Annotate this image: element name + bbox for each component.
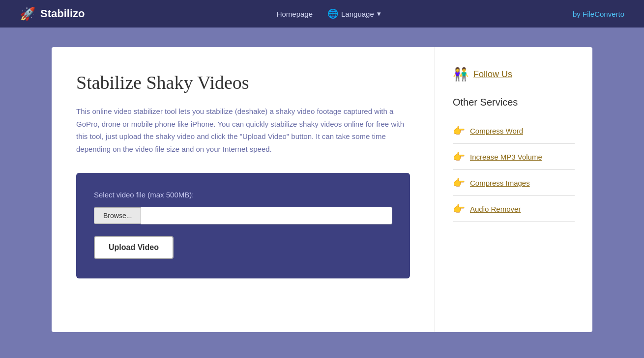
navbar-right: by FileConverto: [573, 10, 624, 18]
rocket-icon: 🚀: [20, 6, 35, 22]
file-input-row: Browse...: [94, 207, 392, 224]
service-link-compress-word[interactable]: Compress Word: [470, 127, 523, 135]
brand-logo[interactable]: 🚀 Stabilizo: [20, 6, 85, 22]
page-description: This online video stabilizer tool lets y…: [76, 105, 410, 155]
service-link-audio-remover[interactable]: Audio Remover: [470, 205, 521, 213]
navbar: 🚀 Stabilizo Homepage 🌐 Language ▾ by Fil…: [0, 0, 644, 28]
navbar-center: Homepage 🌐 Language ▾: [104, 8, 553, 19]
brand-name: Stabilizo: [40, 7, 85, 20]
upload-box: Select video file (max 500MB): Browse...…: [76, 173, 410, 278]
browse-button[interactable]: Browse...: [94, 207, 141, 224]
other-services-title: Other Services: [453, 97, 575, 108]
nav-language[interactable]: 🌐 Language ▾: [327, 8, 381, 19]
service-icon-2: 👉: [453, 177, 465, 189]
bg-area: Stabilize Shaky Videos This online video…: [0, 28, 644, 358]
service-icon-1: 👉: [453, 151, 465, 163]
service-icon-0: 👉: [453, 125, 465, 137]
file-name-display: [141, 207, 392, 224]
main-card: Stabilize Shaky Videos This online video…: [52, 47, 592, 332]
upload-label: Select video file (max 500MB):: [94, 191, 392, 199]
service-item-increase-mp3[interactable]: 👉 Increase MP3 Volume: [453, 144, 575, 170]
by-text: by FileConvert: [573, 10, 620, 18]
page-title: Stabilize Shaky Videos: [76, 72, 410, 93]
right-panel: 👫 Follow Us Other Services 👉 Compress Wo…: [435, 47, 592, 332]
language-label: Language: [341, 10, 374, 18]
globe-icon: 🌐: [327, 8, 338, 19]
follow-us-link[interactable]: Follow Us: [473, 69, 512, 80]
follow-us-icon: 👫: [453, 67, 468, 82]
chevron-down-icon: ▾: [377, 9, 381, 18]
highlight-text: o: [620, 10, 624, 18]
service-item-compress-word[interactable]: 👉 Compress Word: [453, 118, 575, 144]
nav-homepage[interactable]: Homepage: [277, 10, 313, 18]
left-panel: Stabilize Shaky Videos This online video…: [52, 47, 435, 332]
follow-us-row: 👫 Follow Us: [453, 67, 575, 82]
service-icon-3: 👉: [453, 203, 465, 215]
service-link-compress-images[interactable]: Compress Images: [470, 179, 530, 187]
service-item-audio-remover[interactable]: 👉 Audio Remover: [453, 196, 575, 222]
service-link-increase-mp3[interactable]: Increase MP3 Volume: [470, 153, 542, 161]
service-item-compress-images[interactable]: 👉 Compress Images: [453, 170, 575, 196]
upload-video-button[interactable]: Upload Video: [94, 236, 174, 259]
